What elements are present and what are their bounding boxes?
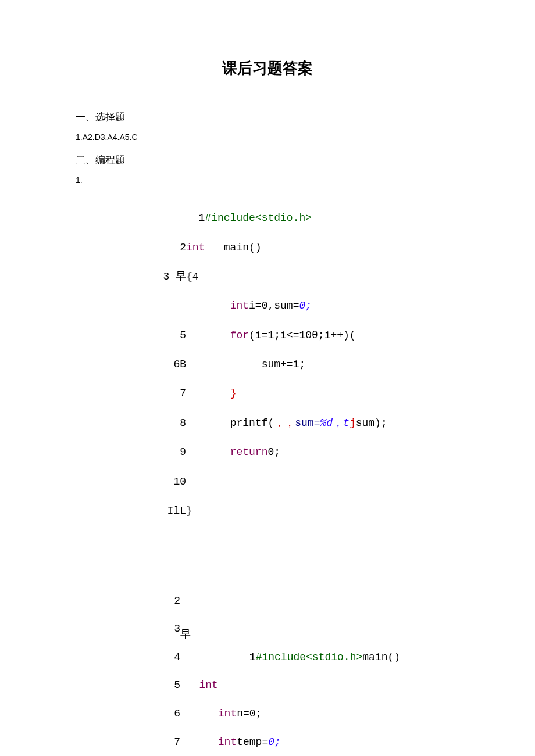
line-num: 8 <box>163 416 186 431</box>
literal-zero: 0; <box>268 736 281 748</box>
format-spec: %d，t <box>320 417 349 429</box>
keyword-int: int <box>186 242 205 253</box>
section-program-heading: 二、编程题 <box>76 153 500 167</box>
brace-open: { <box>186 271 192 282</box>
keyword-int: int <box>230 300 249 311</box>
literal: 4 <box>192 271 199 282</box>
section-choice-heading: 一、选择题 <box>76 110 500 124</box>
line-num: 5 <box>163 328 186 343</box>
return-val: 0; <box>268 446 280 458</box>
code-text: i=0,sum= <box>249 300 299 311</box>
glyph: 早 <box>180 629 191 640</box>
literal-zero: 0; <box>299 300 312 311</box>
string-literal: sum= <box>295 417 320 429</box>
main-fn: main() <box>362 651 400 663</box>
decl-temp: temp= <box>237 736 268 748</box>
line-num: 7 <box>157 735 180 749</box>
keyword-int: int <box>218 736 237 748</box>
keyword-for: for <box>230 329 249 341</box>
line-num: 3 <box>157 622 180 636</box>
line-num: 4 <box>157 650 180 664</box>
line-num-inline: 1 <box>249 651 256 663</box>
page-title: 课后习题答案 <box>35 58 500 78</box>
choice-answers: 1.A2.D3.A4.A5.C <box>76 132 500 142</box>
decl-n: n=0; <box>237 708 262 719</box>
brace-close: } <box>186 505 192 517</box>
paren: ( <box>268 417 274 429</box>
line-num: 7 <box>163 386 186 401</box>
printf-call: printf <box>230 417 268 429</box>
line-num: 2 <box>157 594 180 608</box>
include-directive: #include<stdio.h> <box>205 212 312 224</box>
line-num: IlL <box>163 504 186 518</box>
code-block-2: 2 3早 4 1#include<stdio.h>main() 5 int 6 … <box>157 579 500 756</box>
quote: j <box>349 417 356 429</box>
include-directive: #include<stdio.h> <box>256 651 363 663</box>
for-condition: (i=1;i<=10θ;i++)( <box>249 329 356 341</box>
line-num: 5 <box>157 678 180 692</box>
code-block-1: 1#include<stdio.h> 2int main() 3 早{4 int… <box>163 196 500 533</box>
line-num: 9 <box>163 445 186 460</box>
main-fn: main() <box>224 242 262 253</box>
line-num: 6B <box>163 357 186 372</box>
problem-number-1: 1. <box>76 175 500 185</box>
line-num: 2 <box>163 241 186 255</box>
keyword-int: int <box>199 679 217 691</box>
line-num: 1 <box>199 212 205 224</box>
arg: sum); <box>356 417 387 429</box>
keyword-return: return <box>230 446 268 458</box>
keyword-int: int <box>218 708 237 719</box>
quote: ，， <box>274 417 295 429</box>
brace-close: } <box>230 388 237 399</box>
stmt-sum: sum+=i; <box>262 359 306 370</box>
line-num: 6 <box>157 707 180 721</box>
line-num: 3 早 <box>163 270 186 284</box>
line-num: 10 <box>163 475 186 489</box>
